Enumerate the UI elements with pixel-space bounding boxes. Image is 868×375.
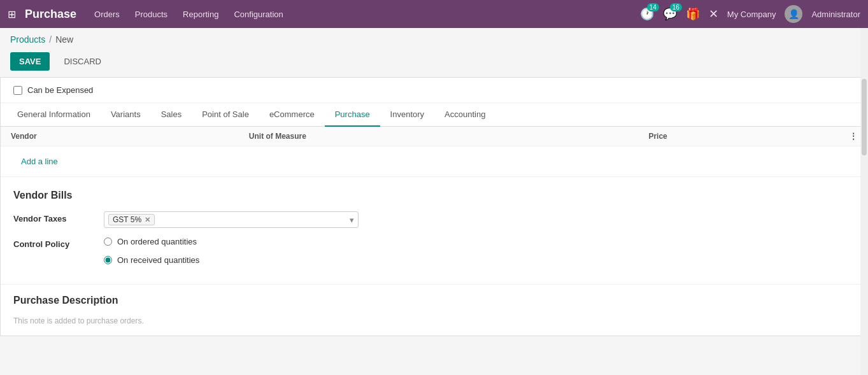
on-ordered-label[interactable]: On ordered quantities: [117, 237, 197, 246]
tab-point-of-sale[interactable]: Point of Sale: [192, 103, 259, 127]
close-icon[interactable]: ✕: [709, 7, 718, 21]
table-row: Add a line: [1, 146, 867, 177]
breadcrumb-current: New: [55, 34, 73, 45]
avatar[interactable]: 👤: [785, 5, 802, 23]
tab-ecommerce[interactable]: eCommerce: [259, 103, 325, 127]
main-content: Can be Expensed General Information Vari…: [0, 77, 868, 336]
grid-icon[interactable]: ⊞: [8, 8, 16, 20]
tabs-bar: General Information Variants Sales Point…: [1, 103, 867, 127]
control-policy-control: On ordered quantities On received quanti…: [104, 237, 855, 269]
gst-tag-label: GST 5%: [113, 215, 141, 224]
breadcrumb-parent[interactable]: Products: [10, 34, 45, 45]
can-be-expensed-checkbox[interactable]: [13, 86, 22, 95]
vendor-taxes-control: GST 5% ✕ ▾: [104, 211, 855, 228]
navbar-products[interactable]: Products: [135, 7, 167, 22]
navbar: ⊞ Purchase Orders Products Reporting Con…: [0, 0, 868, 28]
tab-inventory[interactable]: Inventory: [380, 103, 434, 127]
navbar-configuration[interactable]: Configuration: [234, 7, 283, 22]
can-be-expensed-label: Can be Expensed: [27, 85, 93, 95]
action-bar: SAVE DISCARD: [0, 48, 868, 77]
control-policy-row: Control Policy On ordered quantities On …: [13, 237, 855, 269]
navbar-right: 🕐 14 💬 16 🎁 ✕ My Company 👤 Administrator: [640, 5, 860, 23]
vendor-bills-title: Vendor Bills: [13, 190, 855, 201]
tab-purchase[interactable]: Purchase: [325, 103, 380, 127]
chat-badge: 16: [670, 3, 682, 11]
scrollbar-thumb[interactable]: [862, 79, 867, 155]
discard-button[interactable]: DISCARD: [55, 52, 110, 71]
checkbox-row: Can be Expensed: [1, 78, 867, 103]
add-line-button[interactable]: Add a line: [11, 152, 68, 171]
control-policy-label: Control Policy: [13, 237, 96, 249]
navbar-links: Orders Products Reporting Configuration: [94, 7, 640, 22]
save-button[interactable]: SAVE: [10, 52, 50, 71]
navbar-reporting[interactable]: Reporting: [183, 7, 218, 22]
clock-icon-badge[interactable]: 🕐 14: [640, 7, 654, 21]
vendor-taxes-label: Vendor Taxes: [13, 211, 96, 223]
purchase-description-hint: This note is added to purchase orders.: [13, 316, 855, 325]
navbar-orders[interactable]: Orders: [94, 7, 120, 22]
clock-badge: 14: [647, 3, 659, 11]
navbar-brand: Purchase: [25, 8, 76, 21]
chat-icon-badge[interactable]: 💬 16: [663, 7, 677, 21]
vendor-table: Vendor Unit of Measure Price ⋮ Add a lin…: [1, 127, 867, 177]
breadcrumb: Products / New: [0, 28, 868, 48]
tab-variants[interactable]: Variants: [101, 103, 151, 127]
vendor-col-header: Vendor: [1, 127, 239, 146]
tab-general-information[interactable]: General Information: [7, 103, 101, 127]
vendor-bills-section: Vendor Bills Vendor Taxes GST 5% ✕ ▾ Con…: [1, 177, 867, 284]
tab-accounting[interactable]: Accounting: [434, 103, 495, 127]
vendor-taxes-row: Vendor Taxes GST 5% ✕ ▾: [13, 211, 855, 228]
taxes-dropdown-arrow[interactable]: ▾: [345, 215, 354, 225]
scrollbar-track: [860, 28, 868, 336]
on-ordered-option: On ordered quantities: [104, 237, 855, 246]
company-name[interactable]: My Company: [727, 10, 776, 19]
price-col-header: Price: [638, 127, 839, 146]
user-name[interactable]: Administrator: [811, 10, 860, 19]
vendor-taxes-input[interactable]: GST 5% ✕ ▾: [104, 211, 359, 228]
purchase-description-title: Purchase Description: [13, 295, 855, 306]
on-received-label[interactable]: On received quantities: [117, 255, 199, 265]
breadcrumb-separator: /: [49, 34, 52, 45]
gift-icon[interactable]: 🎁: [686, 7, 700, 21]
on-ordered-radio[interactable]: [104, 237, 112, 246]
gst-tag-remove[interactable]: ✕: [145, 216, 150, 224]
on-received-radio[interactable]: [104, 256, 112, 264]
on-received-option: On received quantities: [104, 255, 855, 265]
purchase-description-section: Purchase Description This note is added …: [1, 284, 867, 336]
uom-col-header: Unit of Measure: [239, 127, 639, 146]
tab-sales[interactable]: Sales: [151, 103, 192, 127]
gst-tag: GST 5% ✕: [108, 214, 155, 225]
